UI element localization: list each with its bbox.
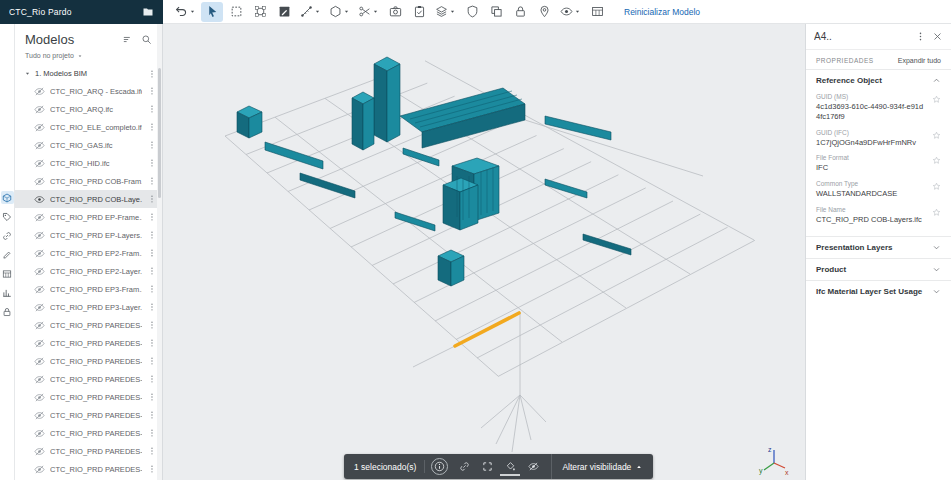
eye-off-icon[interactable] xyxy=(34,86,45,97)
project-scope-dropdown[interactable]: Tudo no projeto xyxy=(15,49,162,65)
model-row[interactable]: CTC_RIO_PRD PAREDES-... xyxy=(15,460,162,478)
search-icon[interactable] xyxy=(141,34,152,45)
kebab-menu-icon[interactable] xyxy=(147,248,157,258)
sort-icon[interactable] xyxy=(122,34,133,45)
viewport-3d[interactable]: 1 selecionado(s) Alterar visibilidade xyxy=(163,24,805,480)
scrollbar-thumb[interactable] xyxy=(158,68,161,198)
section-reference-object[interactable]: Reference Object xyxy=(806,69,951,91)
reset-model-link[interactable]: Reinicializar Modelo xyxy=(624,7,700,17)
model-row[interactable]: CTC_RIO_PRD EP3-Layer... xyxy=(15,298,162,316)
alterar-visibilidade-button[interactable]: Alterar visibilidade xyxy=(551,454,653,479)
shield-tool[interactable] xyxy=(461,2,483,22)
eye-off-icon[interactable] xyxy=(34,392,45,403)
model-row[interactable]: CTC_RIO_PRD COB-Fram... xyxy=(15,172,162,190)
kebab-menu-icon[interactable] xyxy=(147,464,157,474)
model-row[interactable]: CTC_RIO_PRD PAREDES-... xyxy=(15,406,162,424)
rail-tags[interactable] xyxy=(1,210,14,223)
section-presentation-layers[interactable]: Presentation Layers xyxy=(806,236,951,258)
model-row[interactable]: CTC_RIO_PRD PAREDES-... xyxy=(15,334,162,352)
rail-tables[interactable] xyxy=(1,267,14,280)
model-row[interactable]: CTC_RIO_PRD EP2-Layer... xyxy=(15,262,162,280)
select-tool[interactable] xyxy=(201,2,223,22)
kebab-menu-icon[interactable] xyxy=(147,230,157,240)
rail-reports[interactable] xyxy=(1,286,14,299)
kebab-menu-icon[interactable] xyxy=(147,212,157,222)
rail-models[interactable] xyxy=(1,191,14,204)
eye-off-icon[interactable] xyxy=(34,464,45,475)
model-group-row[interactable]: 1. Modelos BIM xyxy=(15,65,162,82)
copy-tool[interactable] xyxy=(485,2,507,22)
star-icon[interactable] xyxy=(932,95,941,104)
star-icon[interactable] xyxy=(932,208,941,217)
kebab-menu-icon[interactable] xyxy=(915,31,926,42)
table-tool[interactable] xyxy=(586,2,608,22)
axis-gizmo[interactable]: z y x xyxy=(757,444,791,478)
kebab-menu-icon[interactable] xyxy=(147,446,157,456)
3d-model-canvas[interactable] xyxy=(163,24,805,480)
eye-off-icon[interactable] xyxy=(34,428,45,439)
model-row[interactable]: CTC_RIO_ARQ.ifc xyxy=(15,100,162,118)
kebab-menu-icon[interactable] xyxy=(147,158,157,168)
kebab-menu-icon[interactable] xyxy=(147,122,157,132)
eye-off-icon[interactable] xyxy=(34,374,45,385)
kebab-menu-icon[interactable] xyxy=(147,392,157,402)
eye-off-icon[interactable] xyxy=(34,158,45,169)
eye-off-icon[interactable] xyxy=(34,140,45,151)
kebab-menu-icon[interactable] xyxy=(147,104,157,114)
hide-button[interactable] xyxy=(523,457,543,477)
model-row[interactable]: CTC_RIO_PRD PAREDES-... xyxy=(15,370,162,388)
zoom-fit-button[interactable] xyxy=(477,457,497,477)
star-icon[interactable] xyxy=(932,131,941,140)
star-icon[interactable] xyxy=(932,182,941,191)
eye-off-icon[interactable] xyxy=(34,410,45,421)
kebab-menu-icon[interactable] xyxy=(147,356,157,366)
model-row[interactable]: CTC_RIO_PRD PAREDES-... xyxy=(15,442,162,460)
kebab-menu-icon[interactable] xyxy=(147,284,157,294)
model-row[interactable]: CTC_RIO_HID.ifc xyxy=(15,154,162,172)
eye-off-icon[interactable] xyxy=(34,230,45,241)
transform-tool[interactable] xyxy=(249,2,271,22)
clipboard-check-tool[interactable] xyxy=(408,2,430,22)
kebab-menu-icon[interactable] xyxy=(147,69,157,79)
eye-icon[interactable] xyxy=(34,194,45,205)
lock-tool[interactable] xyxy=(509,2,531,22)
visibility-tool[interactable] xyxy=(557,2,584,22)
eye-off-icon[interactable] xyxy=(34,284,45,295)
model-row[interactable]: CTC_RIO_PRD PAREDES-... xyxy=(15,424,162,442)
eye-off-icon[interactable] xyxy=(34,212,45,223)
eye-off-icon[interactable] xyxy=(34,122,45,133)
model-row[interactable]: CTC_RIO_PRD EP2-Fram... xyxy=(15,244,162,262)
kebab-menu-icon[interactable] xyxy=(147,176,157,186)
eye-off-icon[interactable] xyxy=(34,338,45,349)
kebab-menu-icon[interactable] xyxy=(147,302,157,312)
model-row[interactable]: CTC_RIO_GAS.ifc xyxy=(15,136,162,154)
model-row[interactable]: CTC_RIO_ARQ - Escada.ifc xyxy=(15,82,162,100)
kebab-menu-icon[interactable] xyxy=(147,194,157,204)
link-button[interactable] xyxy=(454,457,474,477)
expand-all-link[interactable]: Expandir tudo xyxy=(898,57,941,64)
undo-tool[interactable] xyxy=(172,2,199,22)
marquee-select-tool[interactable] xyxy=(225,2,247,22)
paint-button[interactable] xyxy=(500,458,520,476)
info-button[interactable] xyxy=(431,458,448,475)
model-row[interactable]: CTC_RIO_ELE_completo.ifc xyxy=(15,118,162,136)
model-row[interactable]: CTC_RIO_PRD PAREDES-... xyxy=(15,316,162,334)
kebab-menu-icon[interactable] xyxy=(147,374,157,384)
folder-icon[interactable] xyxy=(142,6,154,18)
pin-tool[interactable] xyxy=(533,2,555,22)
model-row[interactable]: CTC_RIO_PRD PAREDES-... xyxy=(15,352,162,370)
kebab-menu-icon[interactable] xyxy=(147,410,157,420)
kebab-menu-icon[interactable] xyxy=(147,320,157,330)
rail-links[interactable] xyxy=(1,229,14,242)
kebab-menu-icon[interactable] xyxy=(147,140,157,150)
eye-off-icon[interactable] xyxy=(34,266,45,277)
section-ifc-material-layer-set-usage[interactable]: Ifc Material Layer Set Usage xyxy=(806,280,951,302)
eye-off-icon[interactable] xyxy=(34,176,45,187)
section-tool[interactable] xyxy=(355,2,382,22)
tab-propriedades[interactable]: PROPRIEDADES xyxy=(816,57,874,64)
model-row[interactable]: CTC_RIO_PRD COB-Laye... xyxy=(15,190,162,208)
eye-off-icon[interactable] xyxy=(34,320,45,331)
models-scrollbar[interactable] xyxy=(157,24,162,480)
kebab-menu-icon[interactable] xyxy=(147,428,157,438)
kebab-menu-icon[interactable] xyxy=(147,266,157,276)
